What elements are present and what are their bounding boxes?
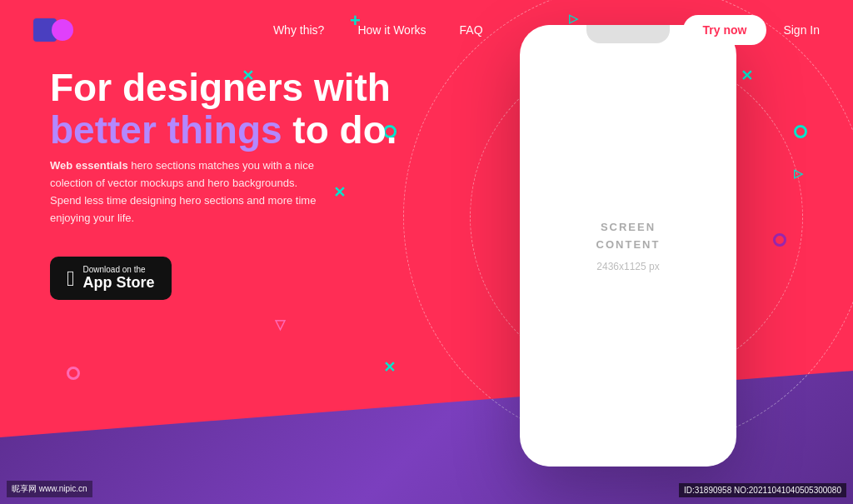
nav-actions: Try now Sign In <box>683 15 821 45</box>
phone-mockup: SCREEN CONTENT 2436x1125 px <box>520 25 753 475</box>
appstore-text: Download on the App Store <box>83 265 155 292</box>
site-badge: 昵享网 www.nipic.cn <box>7 481 92 497</box>
hero-content: For designers with better things to do. … <box>50 67 397 300</box>
triangle-icon-3: ▷ <box>794 167 803 180</box>
appstore-button[interactable]:  Download on the App Store <box>50 257 172 300</box>
hero-title-line1: For designers with <box>50 66 391 109</box>
navbar: Why this? How it Works FAQ Try now Sign … <box>0 0 853 60</box>
screen-content-label: SCREEN CONTENT <box>596 219 661 254</box>
phone-screen: SCREEN CONTENT 2436x1125 px <box>524 25 732 467</box>
appstore-small-text: Download on the <box>83 265 155 274</box>
logo <box>33 18 73 42</box>
screen-label-line2: CONTENT <box>596 238 661 251</box>
hero-title-highlight: better things <box>50 108 282 152</box>
cross-icon-4: ✕ <box>383 358 396 377</box>
hero-title-rest: to do. <box>282 108 397 152</box>
hero-section: Why this? How it Works FAQ Try now Sign … <box>0 0 853 504</box>
hero-subtitle-bold: Web essentials <box>50 159 128 172</box>
hero-title: For designers with better things to do. <box>50 67 397 151</box>
phone-frame: SCREEN CONTENT 2436x1125 px <box>520 25 736 467</box>
nav-links: Why this? How it Works FAQ <box>273 22 483 37</box>
logo-circle <box>52 19 73 41</box>
appstore-big-text: App Store <box>83 274 155 292</box>
apple-icon:  <box>67 266 75 292</box>
nav-how-it-works[interactable]: How it Works <box>357 23 426 37</box>
nav-why-this[interactable]: Why this? <box>273 23 324 37</box>
screen-label-line1: SCREEN <box>601 221 656 233</box>
ring-icon-2 <box>67 367 80 380</box>
watermark: ID:31890958 NO:20211041040505300080 <box>679 483 846 497</box>
sign-in-button[interactable]: Sign In <box>783 23 820 37</box>
triangle-icon-2: ▽ <box>275 317 285 332</box>
ring-icon-3 <box>794 125 807 138</box>
ring-icon-4 <box>773 233 786 247</box>
try-now-button[interactable]: Try now <box>683 15 767 45</box>
nav-faq[interactable]: FAQ <box>460 23 483 37</box>
hero-subtitle: Web essentials hero sections matches you… <box>50 157 317 227</box>
screen-size-label: 2436x1125 px <box>596 261 659 272</box>
